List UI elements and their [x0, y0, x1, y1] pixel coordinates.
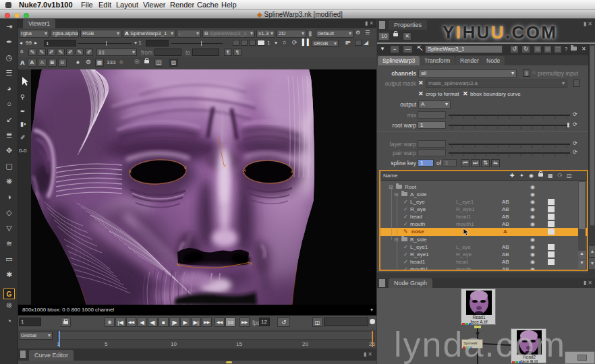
svg-text:✒: ✒	[20, 108, 26, 115]
svg-text:▮▪: ▮▪	[20, 121, 26, 127]
svg-text:0-0: 0-0	[19, 148, 27, 154]
svg-text:✐: ✐	[20, 134, 26, 141]
svg-text:⚲: ⚲	[20, 94, 25, 100]
